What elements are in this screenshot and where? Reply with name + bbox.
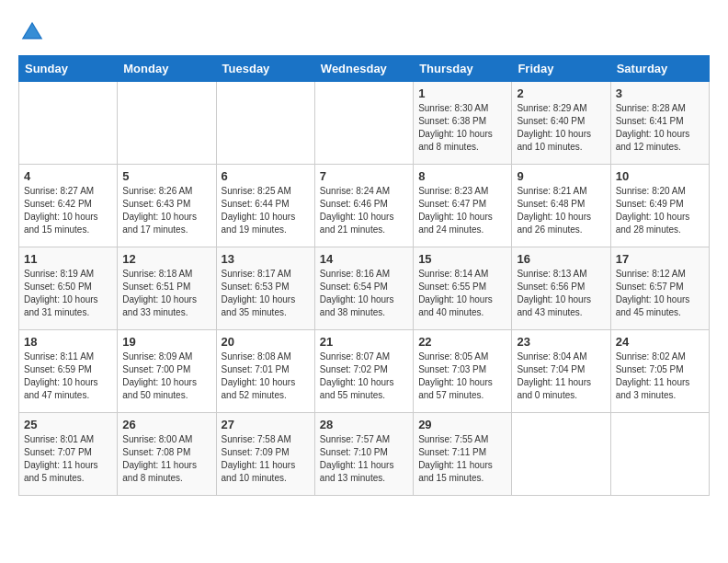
day-info: Sunrise: 8:28 AM Sunset: 6:41 PM Dayligh…: [616, 102, 704, 154]
calendar-cell: 18Sunrise: 8:11 AM Sunset: 6:59 PM Dayli…: [19, 330, 118, 413]
day-number: 17: [616, 252, 704, 266]
calendar-cell: 24Sunrise: 8:02 AM Sunset: 7:05 PM Dayli…: [610, 330, 709, 413]
col-wednesday: Wednesday: [314, 56, 413, 82]
day-number: 22: [418, 335, 506, 349]
day-info: Sunrise: 8:02 AM Sunset: 7:05 PM Dayligh…: [616, 350, 704, 402]
day-number: 26: [122, 418, 210, 431]
calendar-cell: 1Sunrise: 8:30 AM Sunset: 6:38 PM Daylig…: [414, 82, 512, 165]
day-number: 29: [418, 418, 506, 431]
day-info: Sunrise: 8:14 AM Sunset: 6:55 PM Dayligh…: [418, 268, 506, 319]
day-info: Sunrise: 8:13 AM Sunset: 6:56 PM Dayligh…: [517, 268, 605, 319]
calendar-cell: 23Sunrise: 8:04 AM Sunset: 7:04 PM Dayli…: [512, 330, 610, 413]
calendar-cell: 13Sunrise: 8:17 AM Sunset: 6:53 PM Dayli…: [216, 247, 314, 330]
day-number: 11: [24, 252, 112, 266]
calendar-cell: [512, 413, 610, 496]
day-info: Sunrise: 8:19 AM Sunset: 6:50 PM Dayligh…: [24, 268, 112, 319]
day-number: 5: [122, 169, 210, 183]
day-number: 21: [320, 335, 408, 349]
day-info: Sunrise: 8:04 AM Sunset: 7:04 PM Dayligh…: [517, 350, 605, 402]
calendar-header: Sunday Monday Tuesday Wednesday Thursday…: [19, 56, 710, 82]
day-info: Sunrise: 7:55 AM Sunset: 7:11 PM Dayligh…: [418, 433, 506, 485]
day-number: 19: [122, 335, 210, 349]
calendar-cell: 11Sunrise: 8:19 AM Sunset: 6:50 PM Dayli…: [19, 247, 118, 330]
day-info: Sunrise: 8:29 AM Sunset: 6:40 PM Dayligh…: [517, 102, 605, 154]
day-number: 15: [418, 252, 506, 266]
calendar-cell: [216, 82, 314, 165]
day-number: 6: [222, 169, 310, 183]
day-info: Sunrise: 8:00 AM Sunset: 7:08 PM Dayligh…: [122, 433, 210, 485]
day-info: Sunrise: 7:57 AM Sunset: 7:10 PM Dayligh…: [320, 433, 408, 485]
day-number: 14: [320, 252, 408, 266]
col-sunday: Sunday: [19, 56, 118, 82]
calendar-cell: 14Sunrise: 8:16 AM Sunset: 6:54 PM Dayli…: [314, 247, 413, 330]
week-row-1: 1Sunrise: 8:30 AM Sunset: 6:38 PM Daylig…: [19, 82, 710, 165]
day-info: Sunrise: 8:27 AM Sunset: 6:42 PM Dayligh…: [24, 185, 112, 236]
day-info: Sunrise: 8:25 AM Sunset: 6:44 PM Dayligh…: [222, 185, 310, 236]
day-info: Sunrise: 8:23 AM Sunset: 6:47 PM Dayligh…: [418, 185, 506, 236]
calendar-cell: 12Sunrise: 8:18 AM Sunset: 6:51 PM Dayli…: [118, 247, 216, 330]
day-number: 7: [320, 169, 408, 183]
day-number: 8: [418, 169, 506, 183]
day-number: 3: [616, 86, 704, 100]
calendar-cell: 4Sunrise: 8:27 AM Sunset: 6:42 PM Daylig…: [19, 165, 118, 247]
day-info: Sunrise: 8:11 AM Sunset: 6:59 PM Dayligh…: [24, 350, 112, 402]
col-monday: Monday: [118, 56, 216, 82]
calendar-cell: [118, 82, 216, 165]
week-row-5: 25Sunrise: 8:01 AM Sunset: 7:07 PM Dayli…: [19, 413, 710, 496]
col-tuesday: Tuesday: [216, 56, 314, 82]
calendar-cell: 22Sunrise: 8:05 AM Sunset: 7:03 PM Dayli…: [414, 330, 512, 413]
calendar-cell: 10Sunrise: 8:20 AM Sunset: 6:49 PM Dayli…: [610, 165, 709, 247]
calendar-cell: 8Sunrise: 8:23 AM Sunset: 6:47 PM Daylig…: [414, 165, 512, 247]
col-thursday: Thursday: [414, 56, 512, 82]
day-number: 23: [517, 335, 605, 349]
calendar-cell: 26Sunrise: 8:00 AM Sunset: 7:08 PM Dayli…: [118, 413, 216, 496]
day-number: 20: [222, 335, 310, 349]
day-info: Sunrise: 8:12 AM Sunset: 6:57 PM Dayligh…: [616, 268, 704, 319]
svg-marker-1: [24, 24, 40, 38]
calendar-table: Sunday Monday Tuesday Wednesday Thursday…: [18, 55, 710, 496]
calendar-cell: [19, 82, 118, 165]
calendar-cell: 25Sunrise: 8:01 AM Sunset: 7:07 PM Dayli…: [19, 413, 118, 496]
calendar-cell: 29Sunrise: 7:55 AM Sunset: 7:11 PM Dayli…: [414, 413, 512, 496]
day-number: 4: [24, 169, 112, 183]
week-row-4: 18Sunrise: 8:11 AM Sunset: 6:59 PM Dayli…: [19, 330, 710, 413]
day-number: 10: [616, 169, 704, 183]
day-info: Sunrise: 8:20 AM Sunset: 6:49 PM Dayligh…: [616, 185, 704, 236]
calendar-cell: 15Sunrise: 8:14 AM Sunset: 6:55 PM Dayli…: [414, 247, 512, 330]
week-row-2: 4Sunrise: 8:27 AM Sunset: 6:42 PM Daylig…: [19, 165, 710, 247]
day-number: 13: [222, 252, 310, 266]
day-info: Sunrise: 7:58 AM Sunset: 7:09 PM Dayligh…: [222, 433, 310, 485]
day-number: 16: [517, 252, 605, 266]
calendar-cell: 20Sunrise: 8:08 AM Sunset: 7:01 PM Dayli…: [216, 330, 314, 413]
calendar-cell: 16Sunrise: 8:13 AM Sunset: 6:56 PM Dayli…: [512, 247, 610, 330]
day-number: 9: [517, 169, 605, 183]
day-info: Sunrise: 8:18 AM Sunset: 6:51 PM Dayligh…: [122, 268, 210, 319]
calendar-cell: 6Sunrise: 8:25 AM Sunset: 6:44 PM Daylig…: [216, 165, 314, 247]
day-number: 24: [616, 335, 704, 349]
calendar-cell: 9Sunrise: 8:21 AM Sunset: 6:48 PM Daylig…: [512, 165, 610, 247]
day-info: Sunrise: 8:26 AM Sunset: 6:43 PM Dayligh…: [122, 185, 210, 236]
header-row: Sunday Monday Tuesday Wednesday Thursday…: [19, 56, 710, 82]
day-number: 12: [122, 252, 210, 266]
calendar-cell: [610, 413, 709, 496]
day-info: Sunrise: 8:21 AM Sunset: 6:48 PM Dayligh…: [517, 185, 605, 236]
week-row-3: 11Sunrise: 8:19 AM Sunset: 6:50 PM Dayli…: [19, 247, 710, 330]
day-number: 28: [320, 418, 408, 431]
calendar-cell: 27Sunrise: 7:58 AM Sunset: 7:09 PM Dayli…: [216, 413, 314, 496]
day-info: Sunrise: 8:16 AM Sunset: 6:54 PM Dayligh…: [320, 268, 408, 319]
day-info: Sunrise: 8:09 AM Sunset: 7:00 PM Dayligh…: [122, 350, 210, 402]
day-number: 1: [418, 86, 506, 100]
day-info: Sunrise: 8:17 AM Sunset: 6:53 PM Dayligh…: [222, 268, 310, 319]
calendar-cell: 28Sunrise: 7:57 AM Sunset: 7:10 PM Dayli…: [314, 413, 413, 496]
col-friday: Friday: [512, 56, 610, 82]
day-info: Sunrise: 8:01 AM Sunset: 7:07 PM Dayligh…: [24, 433, 112, 485]
calendar-cell: 3Sunrise: 8:28 AM Sunset: 6:41 PM Daylig…: [610, 82, 709, 165]
calendar-cell: 2Sunrise: 8:29 AM Sunset: 6:40 PM Daylig…: [512, 82, 610, 165]
day-number: 25: [24, 418, 112, 431]
logo: [18, 18, 50, 46]
day-info: Sunrise: 8:07 AM Sunset: 7:02 PM Dayligh…: [320, 350, 408, 402]
day-number: 27: [222, 418, 310, 431]
calendar-cell: 7Sunrise: 8:24 AM Sunset: 6:46 PM Daylig…: [314, 165, 413, 247]
day-info: Sunrise: 8:05 AM Sunset: 7:03 PM Dayligh…: [418, 350, 506, 402]
day-info: Sunrise: 8:30 AM Sunset: 6:38 PM Dayligh…: [418, 102, 506, 154]
